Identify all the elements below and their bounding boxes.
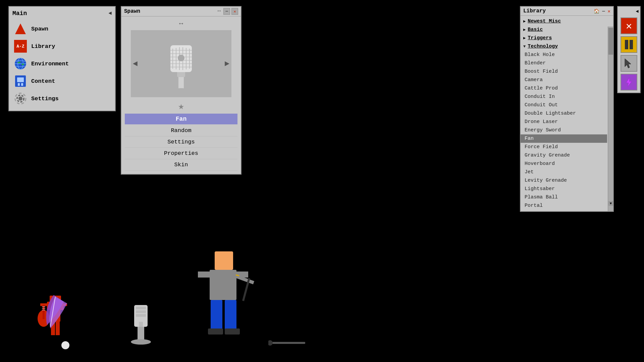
library-title-buttons: 🏠 — ✕: [594, 8, 610, 14]
svg-rect-41: [21, 83, 23, 86]
sidebar-item-content[interactable]: Content: [12, 72, 112, 90]
svg-rect-29: [208, 328, 223, 335]
svg-point-33: [268, 340, 273, 346]
svg-point-61: [178, 55, 184, 61]
pause-bar-right: [630, 40, 633, 49]
svg-rect-5: [56, 322, 60, 335]
library-item-boost-field[interactable]: Boost Field: [521, 67, 607, 76]
svg-rect-0: [50, 305, 60, 322]
spawn-resize-arrows: ↔: [217, 8, 221, 15]
spawn-content: ↔ ◄: [121, 16, 241, 174]
library-item-blender[interactable]: Blender: [521, 59, 607, 67]
library-minimize-icon[interactable]: —: [602, 8, 605, 14]
library-category-basic[interactable]: ▶ Basic: [521, 25, 607, 34]
svg-rect-40: [18, 83, 20, 86]
library-home-icon[interactable]: 🏠: [594, 8, 599, 14]
fan-preview-svg: [161, 35, 201, 92]
spawn-properties-button[interactable]: Properties: [125, 148, 237, 159]
environment-label: Environment: [31, 61, 69, 67]
library-scrollbar[interactable]: ▼: [608, 26, 613, 211]
lightning-icon: [624, 77, 634, 87]
svg-marker-62: [625, 59, 631, 68]
svg-point-15: [131, 339, 151, 345]
pause-button[interactable]: [621, 36, 637, 53]
library-item-portal[interactable]: Portal: [521, 201, 607, 210]
svg-rect-28: [225, 300, 236, 330]
library-item-lightsaber[interactable]: Lightsaber: [521, 185, 607, 193]
library-category-newest-misc[interactable]: ▶ Newest Misc: [521, 17, 607, 25]
library-item-energy-sword[interactable]: Energy Sword: [521, 126, 607, 134]
library-label: Library: [31, 43, 55, 50]
library-close-icon[interactable]: ✕: [608, 8, 610, 14]
svg-rect-20: [139, 322, 143, 327]
library-item-jet[interactable]: Jet: [521, 168, 607, 176]
library-icon: A-Z: [14, 40, 27, 53]
scroll-down-arrow[interactable]: ▼: [608, 201, 613, 206]
library-item-black-hole[interactable]: Black Hole: [521, 51, 607, 59]
basic-label: Basic: [528, 27, 543, 33]
main-panel-collapse[interactable]: ◄: [108, 10, 112, 16]
spawn-item-name: Fan: [125, 114, 237, 124]
sidebar-item-environment[interactable]: Environment: [12, 55, 112, 72]
library-item-camera[interactable]: Camera: [521, 76, 607, 84]
sidebar-item-spawn[interactable]: Spawn: [12, 20, 112, 38]
library-item-force-field[interactable]: Force Field: [521, 143, 607, 151]
svg-point-13: [61, 341, 69, 349]
svg-rect-14: [138, 325, 144, 342]
svg-rect-8: [43, 305, 45, 319]
spawn-skin-button[interactable]: Skin: [125, 159, 237, 171]
library-item-conduit-out[interactable]: Conduit Out: [521, 101, 607, 109]
svg-point-7: [38, 310, 50, 327]
spawn-settings-button[interactable]: Settings: [125, 136, 237, 148]
svg-rect-26: [242, 278, 250, 301]
library-panel-title: Library: [523, 8, 546, 14]
library-item-cattle-prod[interactable]: Cattle Prod: [521, 84, 607, 93]
library-item-plasma-ball[interactable]: Plasma Ball: [521, 193, 607, 201]
cursor-button[interactable]: [621, 55, 637, 72]
svg-marker-34: [15, 23, 26, 34]
library-item-double-lightsaber[interactable]: Double Lightsaber: [521, 109, 607, 118]
environment-icon: [14, 57, 27, 70]
svg-rect-22: [210, 270, 236, 300]
library-item-levity-grenade[interactable]: Levity Grenade: [521, 176, 607, 185]
spawn-close-button[interactable]: ✕: [231, 8, 238, 15]
svg-rect-21: [215, 251, 233, 270]
content-label: Content: [31, 78, 55, 84]
main-panel: Main ◄ Spawn A-Z Library: [8, 6, 116, 111]
library-category-triggers[interactable]: ▶ Triggers: [521, 34, 607, 42]
settings-label: Settings: [31, 96, 59, 102]
newest-misc-arrow-icon: ▶: [523, 19, 526, 24]
library-item-hoverboard[interactable]: Hoverboard: [521, 160, 607, 168]
spawn-prev-button[interactable]: ◄: [133, 59, 138, 68]
close-x-button[interactable]: ✕: [621, 17, 637, 34]
triggers-label: Triggers: [528, 35, 552, 41]
library-item-conduit-in[interactable]: Conduit In: [521, 93, 607, 101]
library-scroll-thumb[interactable]: [608, 28, 613, 55]
library-category-technology[interactable]: ▼ Technology: [521, 42, 607, 51]
svg-rect-39: [17, 77, 24, 82]
lightning-button[interactable]: [621, 74, 637, 90]
svg-line-12: [50, 297, 55, 327]
svg-point-46: [172, 88, 191, 92]
right-toolbar: ◄ ✕: [617, 6, 641, 93]
spawn-preview-area: ◄: [131, 30, 231, 97]
main-panel-title: Main: [12, 10, 27, 17]
spawn-next-button[interactable]: ►: [225, 59, 229, 68]
library-item-fan[interactable]: Fan: [521, 134, 607, 143]
technology-arrow-icon: ▼: [523, 44, 526, 49]
spawn-random-button[interactable]: Random: [125, 125, 237, 136]
svg-rect-1: [47, 302, 64, 310]
sidebar-item-settings[interactable]: Settings: [12, 90, 112, 107]
spawn-window-buttons: ↔ — ✕: [217, 8, 238, 15]
library-item-gravity-grenade[interactable]: Gravity Grenade: [521, 151, 607, 160]
spawn-top-arrows: ↔: [179, 20, 183, 27]
right-toolbar-collapse[interactable]: ◄: [636, 9, 639, 14]
triggers-arrow-icon: ▶: [523, 36, 526, 41]
library-item-drone-laser[interactable]: Drone Laser: [521, 118, 607, 126]
sidebar-item-library[interactable]: A-Z Library: [12, 38, 112, 55]
fan-scene-object: [124, 292, 158, 345]
cursor-icon: [624, 58, 634, 69]
spawn-minimize-button[interactable]: —: [223, 8, 230, 15]
close-x-icon: ✕: [626, 20, 632, 32]
basic-arrow-icon: ▶: [523, 27, 526, 32]
